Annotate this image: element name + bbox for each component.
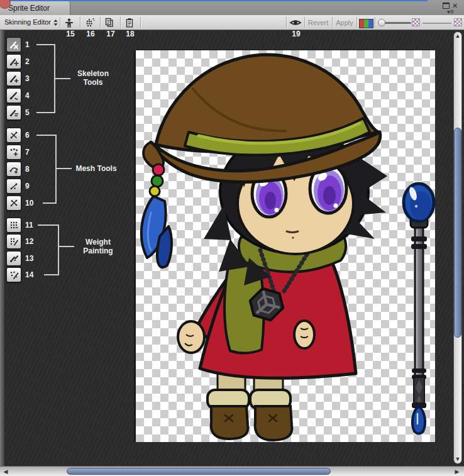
dotted-figure-icon — [84, 18, 95, 28]
figure-icon — [64, 18, 75, 28]
bead-red — [153, 164, 164, 175]
mode-dropdown[interactable]: Skinning Editor — [1, 16, 59, 28]
bracket-skeleton — [36, 112, 54, 113]
separator — [100, 17, 101, 28]
scroll-right-icon[interactable]: ▶ — [453, 468, 461, 475]
edge-split-icon — [9, 181, 19, 191]
bone-cross-icon — [9, 40, 19, 50]
bracket-mesh — [43, 202, 55, 204]
bone-icon — [9, 91, 19, 101]
tool-callout-10: 10 — [25, 196, 43, 211]
separator — [80, 17, 80, 28]
chin-dot — [292, 236, 294, 238]
apply-button[interactable]: Apply — [333, 16, 356, 29]
bracket-skeleton — [36, 44, 54, 45]
paste-icon — [124, 18, 135, 28]
tool-callout-13: 13 — [25, 251, 43, 266]
bracket-weight — [44, 274, 58, 275]
window-menu-icon[interactable]: ▾≡ — [447, 8, 454, 15]
toolbar: Skinning Editor — [0, 15, 464, 30]
edge-add-icon — [9, 164, 19, 174]
vertical-scrollbar-thumb[interactable] — [454, 128, 461, 338]
tool-button-13[interactable] — [6, 251, 21, 266]
character-body — [178, 235, 356, 440]
bracket-mesh — [55, 135, 57, 204]
visibility-eye-icon — [289, 18, 302, 28]
bone-influence-icon — [9, 270, 19, 280]
sprite-canvas[interactable] — [136, 50, 435, 442]
tool-callout-2: 2 — [25, 54, 43, 69]
separator — [60, 17, 60, 28]
staff — [404, 184, 434, 434]
tool-button-11[interactable] — [6, 218, 21, 233]
paste-button[interactable] — [122, 16, 137, 29]
callout-18: 18 — [123, 30, 138, 38]
sprite-editor-window: { "window": { "tab_title": "Sprite Edito… — [0, 0, 464, 476]
horizontal-scrollbar[interactable]: ◀ ▶ — [0, 466, 464, 476]
staff-ring — [412, 368, 426, 373]
staff-orb-glint — [415, 205, 417, 208]
tool-button-4[interactable] — [6, 88, 21, 103]
character-sprite — [136, 50, 435, 442]
color-overlay-swatch[interactable] — [359, 19, 373, 28]
workspace: 15 16 17 18 19 1 2 3 4 5 6 7 8 9 10 — [0, 30, 464, 466]
scroll-up-icon[interactable]: ▲ — [453, 32, 462, 40]
tool-button-9[interactable] — [6, 179, 21, 194]
tool-button-2[interactable] — [6, 54, 21, 69]
staff-ring — [411, 244, 427, 249]
hand-left — [178, 321, 204, 353]
visibility-button[interactable] — [288, 16, 303, 29]
mesh-generate-icon — [9, 130, 19, 140]
scroll-left-icon[interactable]: ◀ — [1, 468, 10, 475]
overlay-opacity-slider-track[interactable] — [385, 22, 411, 24]
tool-callout-12: 12 — [25, 234, 43, 249]
mesh-edit-icon — [9, 198, 19, 208]
tool-callout-9: 9 — [25, 179, 43, 194]
tool-button-7[interactable] — [6, 145, 21, 160]
mode-dropdown-label: Skinning Editor — [4, 16, 51, 28]
tool-button-6[interactable] — [6, 128, 21, 143]
updown-arrows-icon — [53, 19, 58, 26]
revert-button[interactable]: Revert — [306, 16, 331, 29]
scroll-down-icon[interactable]: ▼ — [453, 455, 462, 463]
bracket-mesh — [36, 135, 55, 136]
reset-pose-button[interactable] — [62, 16, 77, 29]
copy-icon — [104, 18, 115, 28]
staff-gem — [412, 406, 425, 434]
bone-add-icon — [9, 74, 19, 84]
hand-right — [294, 321, 314, 348]
boot-right — [255, 406, 292, 440]
separator — [140, 17, 141, 28]
copy-button[interactable] — [102, 16, 117, 29]
weight-checker-icon — [454, 18, 462, 26]
toggle-mesh-button[interactable] — [82, 16, 97, 29]
weights-brush-icon — [9, 253, 19, 263]
weights-auto-icon — [9, 220, 19, 230]
bracket-weight — [58, 246, 74, 247]
tool-button-3[interactable] — [6, 71, 21, 86]
red-stripe — [360, 19, 364, 28]
tool-callout-14: 14 — [25, 267, 43, 282]
separator — [286, 17, 287, 28]
tool-button-1[interactable] — [6, 37, 21, 52]
bone-move-icon — [9, 57, 19, 67]
title-bar: Sprite Editor ✕ ▾≡ — [0, 0, 464, 15]
group-label-weight-painting: WeightPainting — [74, 238, 122, 255]
tool-button-12[interactable] — [6, 234, 21, 249]
callout-16: 16 — [83, 30, 98, 38]
green-stripe — [364, 19, 368, 28]
group-label-mesh-tools: Mesh Tools — [72, 164, 121, 173]
tool-button-5[interactable] — [6, 105, 21, 120]
bracket-mesh — [55, 168, 72, 169]
weight-opacity-slider-track[interactable] — [423, 23, 451, 24]
tool-button-8[interactable] — [6, 162, 21, 177]
window-left-edge — [0, 30, 4, 466]
tool-button-10[interactable] — [6, 196, 21, 211]
horizontal-scrollbar-thumb[interactable] — [67, 468, 331, 475]
bead-green — [152, 175, 163, 187]
callout-15: 15 — [63, 30, 78, 38]
callout-17: 17 — [103, 30, 118, 38]
bracket-weight — [58, 224, 59, 275]
tool-button-14[interactable] — [6, 267, 21, 282]
bead-yellow — [150, 186, 160, 196]
